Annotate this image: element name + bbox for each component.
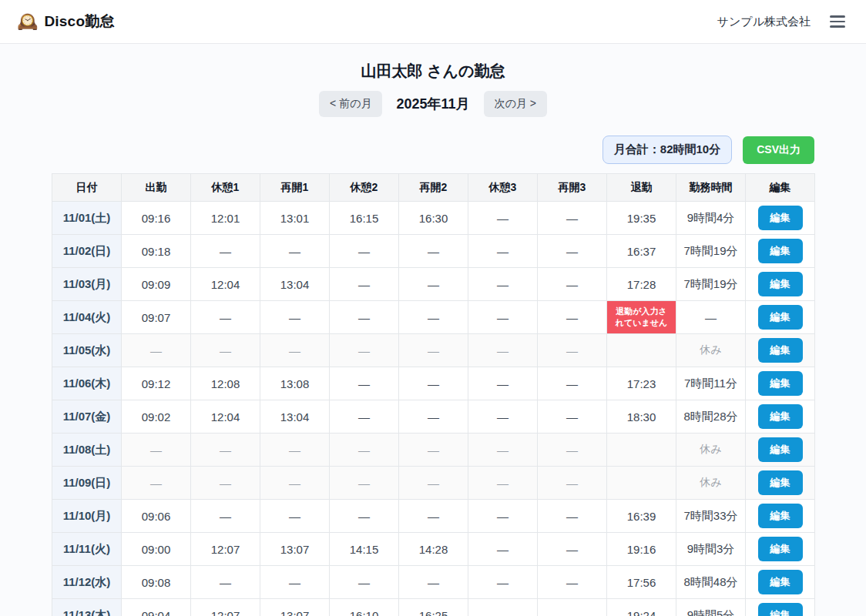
time-cell: — (538, 367, 607, 400)
time-cell: — (260, 467, 330, 500)
table-row: 11/05(水)———————休み編集 (52, 334, 815, 367)
date-cell: 11/02(日) (52, 235, 122, 268)
date-cell: 11/10(月) (52, 500, 122, 533)
hamburger-menu-button[interactable] (826, 10, 849, 33)
edit-button[interactable]: 編集 (758, 272, 803, 296)
time-cell: — (191, 334, 260, 367)
time-cell: — (122, 434, 191, 467)
time-cell: — (468, 599, 538, 616)
time-cell: — (538, 334, 607, 367)
edit-button[interactable]: 編集 (758, 305, 803, 330)
time-cell: — (538, 533, 607, 566)
next-month-button[interactable]: 次の月 > (484, 91, 547, 117)
time-cell: — (468, 467, 538, 500)
time-cell: — (468, 367, 538, 400)
column-header: 出勤 (122, 174, 191, 202)
time-cell: — (330, 434, 399, 467)
time-cell: — (399, 268, 468, 301)
time-cell: 16:10 (330, 599, 399, 616)
table-row: 11/13(木)09:0412:0713:0716:1016:25——19:24… (52, 599, 815, 616)
work-time-cell: 休み (676, 467, 746, 500)
time-cell: 13:07 (260, 599, 330, 616)
time-cell: 09:16 (122, 202, 191, 235)
time-cell: 16:15 (330, 202, 399, 235)
edit-button[interactable]: 編集 (758, 570, 803, 594)
time-cell: — (399, 301, 468, 334)
time-cell: 09:09 (122, 268, 191, 301)
date-cell: 11/12(水) (52, 566, 122, 599)
time-cell: — (330, 235, 399, 268)
time-cell: — (538, 599, 607, 616)
time-cell: — (468, 334, 538, 367)
time-cell: — (399, 500, 468, 533)
edit-cell: 編集 (746, 434, 815, 467)
edit-button[interactable]: 編集 (758, 338, 803, 363)
time-cell: 14:15 (330, 533, 399, 566)
clock-out-cell: 19:24 (607, 599, 676, 616)
monthly-total-badge: 月合計：82時間10分 (603, 136, 732, 164)
work-time-cell: 7時間19分 (676, 235, 746, 268)
time-cell: — (399, 467, 468, 500)
date-cell: 11/13(木) (52, 599, 122, 616)
app-header: 🕰️ Disco勤怠 サンプル株式会社 (0, 0, 866, 44)
prev-month-button[interactable]: < 前の月 (319, 91, 382, 117)
column-header: 休憩3 (468, 174, 538, 202)
edit-cell: 編集 (746, 533, 815, 566)
edit-cell: 編集 (746, 202, 815, 235)
work-time-cell: 9時間4分 (676, 202, 746, 235)
time-cell: 13:07 (260, 533, 330, 566)
time-cell: 13:01 (260, 202, 330, 235)
time-cell: 16:30 (399, 202, 468, 235)
missing-clockout-badge: 退勤が入力されていません (607, 301, 676, 334)
edit-button[interactable]: 編集 (758, 437, 803, 462)
edit-button[interactable]: 編集 (758, 371, 803, 396)
column-header: 退勤 (607, 174, 676, 202)
time-cell: — (260, 500, 330, 533)
edit-button[interactable]: 編集 (758, 603, 803, 616)
csv-export-button[interactable]: CSV出力 (743, 136, 814, 164)
work-time-cell: 休み (676, 334, 746, 367)
time-cell: — (260, 235, 330, 268)
app-logo: 🕰️ Disco勤怠 (17, 12, 115, 32)
edit-button[interactable]: 編集 (758, 404, 803, 429)
clock-out-cell: 16:37 (607, 235, 676, 268)
clock-out-cell (607, 334, 676, 367)
date-cell: 11/03(月) (52, 268, 122, 301)
attendance-table: 日付出勤休憩1再開1休憩2再開2休憩3再開3退勤勤務時間編集 11/01(土)0… (52, 173, 815, 616)
table-row: 11/06(木)09:1212:0813:08————17:237時間11分編集 (52, 367, 815, 400)
time-cell: 09:18 (122, 235, 191, 268)
time-cell: — (191, 566, 260, 599)
table-row: 11/03(月)09:0912:0413:04————17:287時間19分編集 (52, 268, 815, 301)
table-row: 11/02(日)09:18——————16:377時間19分編集 (52, 235, 815, 268)
time-cell: — (538, 400, 607, 434)
time-cell: — (191, 467, 260, 500)
edit-button[interactable]: 編集 (758, 239, 803, 263)
date-cell: 11/08(土) (52, 434, 122, 467)
edit-button[interactable]: 編集 (758, 504, 803, 528)
work-time-cell: 9時間5分 (676, 599, 746, 616)
table-header: 日付出勤休憩1再開1休憩2再開2休憩3再開3退勤勤務時間編集 (52, 174, 815, 202)
clock-out-cell: 18:30 (607, 400, 676, 434)
time-cell: — (468, 434, 538, 467)
date-cell: 11/01(土) (52, 202, 122, 235)
time-cell: — (538, 268, 607, 301)
time-cell: 13:04 (260, 400, 330, 434)
month-navigation: < 前の月 2025年11月 次の月 > (52, 91, 814, 117)
time-cell: — (191, 500, 260, 533)
time-cell: — (260, 566, 330, 599)
clock-out-cell (607, 434, 676, 467)
time-cell: — (330, 301, 399, 334)
column-header: 編集 (746, 174, 815, 202)
date-cell: 11/05(水) (52, 334, 122, 367)
work-time-cell: 7時間33分 (676, 500, 746, 533)
time-cell: 09:00 (122, 533, 191, 566)
edit-button[interactable]: 編集 (758, 537, 803, 561)
time-cell: — (468, 202, 538, 235)
edit-button[interactable]: 編集 (758, 206, 803, 230)
time-cell: 12:07 (191, 599, 260, 616)
edit-cell: 編集 (746, 400, 815, 434)
column-header: 休憩2 (330, 174, 399, 202)
clock-out-cell: 16:39 (607, 500, 676, 533)
edit-button[interactable]: 編集 (758, 470, 803, 495)
work-time-cell: — (676, 301, 746, 334)
